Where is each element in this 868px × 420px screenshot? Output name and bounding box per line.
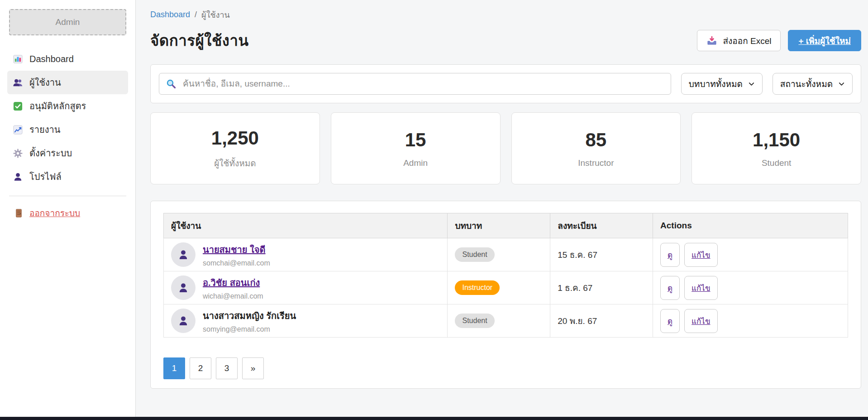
role-filter-value: บทบาททั้งหมด [689,77,743,91]
stats-row: 1,250 ผู้ใช้ทั้งหมด 15 Admin 85 Instruct… [150,112,861,184]
users-table: ผู้ใช้งาน บทบาท ลงทะเบียน Actions [163,213,848,338]
status-filter-select[interactable]: สถานะทั้งหมด [773,73,853,95]
filter-panel: บทบาททั้งหมด สถานะทั้งหมด [150,64,861,103]
logout-link[interactable]: ออกจากระบบ [14,206,80,220]
person-icon [13,172,23,182]
user-name-link[interactable]: นายสมชาย ใจดี [203,242,270,257]
view-button[interactable]: ดู [660,309,680,333]
sidebar-item-label: Dashboard [29,54,74,64]
stat-value: 1,250 [211,127,259,149]
user-email: wichai@email.com [203,292,263,300]
sidebar-item-label: โปรไฟล์ [29,169,62,184]
role-badge: Instructor [455,280,500,295]
app-window: Admin Dashboard ผู้ใช้งาน อนุมัติหลักสูต… [0,0,868,417]
page-button-2[interactable]: 2 [190,357,211,379]
registered-date: 15 ธ.ค. 67 [550,238,653,271]
window-bottom-edge [0,417,868,420]
page-title: จัดการผู้ใช้งาน [150,29,249,53]
avatar [171,242,196,267]
user-email: somying@email.com [203,325,296,333]
logout-label: ออกจากระบบ [29,206,80,220]
view-button[interactable]: ดู [660,243,680,267]
search-input[interactable] [159,73,671,95]
view-button[interactable]: ดู [660,276,680,300]
gear-icon [13,148,23,159]
sidebar-item-label: อนุมัติหลักสูตร [29,99,86,113]
admin-brand-box: Admin [9,9,126,35]
bar-chart-icon [13,54,23,64]
edit-button[interactable]: แก้ไข [684,309,717,333]
role-filter-select[interactable]: บทบาททั้งหมด [681,73,763,95]
sidebar-item-users[interactable]: ผู้ใช้งาน [7,71,128,94]
column-header-role: บทบาท [448,213,550,238]
stat-label: ผู้ใช้ทั้งหมด [214,156,256,170]
sidebar-nav: Dashboard ผู้ใช้งาน อนุมัติหลักสูตร รายง… [0,47,135,188]
column-header-actions: Actions [653,213,848,238]
sidebar: Admin Dashboard ผู้ใช้งาน อนุมัติหลักสูต… [0,0,136,417]
table-row: นางสาวสมหญิง รักเรียน somying@email.com … [164,304,848,338]
page-button-1[interactable]: 1 [163,357,185,379]
stat-value: 1,150 [753,129,800,151]
avatar [171,309,196,333]
sidebar-item-reports[interactable]: รายงาน [7,118,128,141]
sidebar-divider [9,196,126,196]
stat-label: Student [762,158,792,168]
stat-card-student: 1,150 Student [692,112,861,184]
breadcrumb-separator: / [195,10,197,19]
stat-card-admin: 15 Admin [331,112,501,184]
table-row: นายสมชาย ใจดี somchai@email.com Student … [164,238,848,271]
user-name: นางสาวสมหญิง รักเรียน [203,309,296,323]
column-header-user: ผู้ใช้งาน [164,213,448,238]
chevron-down-icon [838,81,845,87]
sidebar-item-label: รายงาน [29,122,60,137]
search-box [159,73,671,95]
pagination: 1 2 3 » [163,357,848,379]
add-user-label: + เพิ่มผู้ใช้ใหม่ [798,36,851,46]
table-row: อ.วิชัย สอนเก่ง wichai@email.com Instruc… [164,271,848,304]
stat-label: Instructor [578,158,614,168]
edit-button[interactable]: แก้ไข [684,276,717,300]
breadcrumb-dashboard-link[interactable]: Dashboard [150,10,190,19]
users-icon [13,77,23,88]
stat-value: 15 [405,129,426,151]
sidebar-item-profile[interactable]: โปรไฟล์ [7,165,128,188]
header-actions: ส่งออก Excel + เพิ่มผู้ใช้ใหม่ [697,30,861,51]
role-badge: Student [455,314,494,328]
sidebar-item-label: ผู้ใช้งาน [29,75,61,90]
brand-label: Admin [56,17,80,27]
page-header: จัดการผู้ใช้งาน ส่งออก Excel + เพิ่มผู้ใ… [150,29,861,53]
stat-value: 85 [586,129,607,151]
avatar [171,275,196,300]
chart-up-icon [13,125,23,135]
column-header-registered: ลงทะเบียน [550,213,653,238]
breadcrumb: Dashboard / ผู้ใช้งาน [150,8,861,21]
sidebar-item-settings[interactable]: ตั้งค่าระบบ [7,141,128,165]
chevron-down-icon [748,81,755,87]
download-tray-icon [706,35,717,46]
check-icon [13,101,23,111]
stat-card-instructor: 85 Instructor [511,112,681,184]
sidebar-item-label: ตั้งค่าระบบ [29,146,72,160]
status-filter-value: สถานะทั้งหมด [780,77,833,91]
registered-date: 1 ธ.ค. 67 [550,271,653,304]
sidebar-item-dashboard[interactable]: Dashboard [7,47,128,71]
page-button-3[interactable]: 3 [216,357,238,379]
role-badge: Student [455,247,494,262]
export-excel-button[interactable]: ส่งออก Excel [697,30,781,51]
breadcrumb-current: ผู้ใช้งาน [201,8,230,21]
stat-card-total-users: 1,250 ผู้ใช้ทั้งหมด [150,112,320,184]
door-icon [14,208,24,218]
export-excel-label: ส่งออก Excel [723,34,771,48]
page-next-button[interactable]: » [242,357,264,379]
edit-button[interactable]: แก้ไข [684,243,717,267]
add-user-button[interactable]: + เพิ่มผู้ใช้ใหม่ [788,30,861,51]
users-table-panel: ผู้ใช้งาน บทบาท ลงทะเบียน Actions [150,201,861,389]
registered-date: 20 พ.ย. 67 [550,304,653,338]
sidebar-item-approve-courses[interactable]: อนุมัติหลักสูตร [7,94,128,118]
user-name-link[interactable]: อ.วิชัย สอนเก่ง [203,275,263,290]
table-header-row: ผู้ใช้งาน บทบาท ลงทะเบียน Actions [164,213,848,238]
user-email: somchai@email.com [203,259,270,267]
stat-label: Admin [403,158,428,168]
main-content: Dashboard / ผู้ใช้งาน จัดการผู้ใช้งาน ส่… [136,0,868,417]
